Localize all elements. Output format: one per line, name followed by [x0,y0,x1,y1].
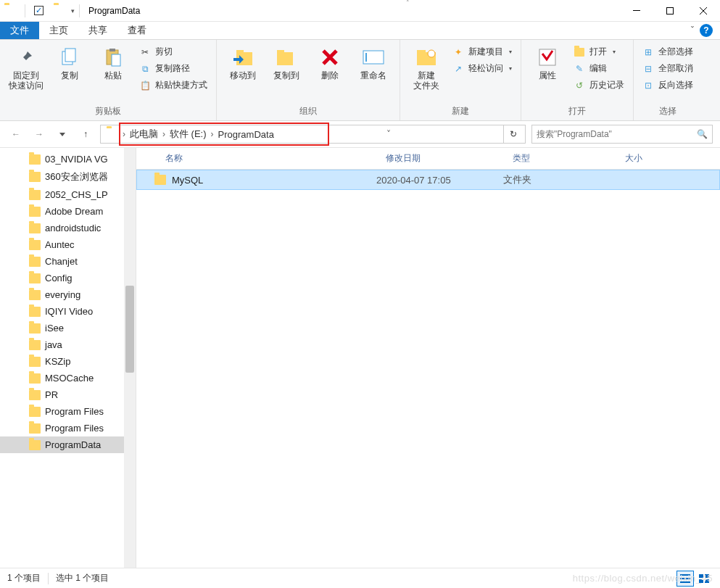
column-date[interactable]: 修改日期 [376,152,502,165]
svg-rect-19 [680,581,690,583]
navigation-tree[interactable]: 03_NVIDIA VG360安全浏览器2052_CHS_LPAdobe Dre… [0,148,136,571]
select-all-icon: ⊞ [642,46,654,58]
view-large-icons-button[interactable] [695,571,713,587]
column-size[interactable]: 大小 [615,152,673,165]
maximize-button[interactable] [653,0,687,22]
easy-access-button[interactable]: ↗轻松访问▾ [450,61,515,76]
svg-point-15 [428,50,435,57]
copy-to-button[interactable]: 复制到 [266,43,307,83]
tree-item[interactable]: PR [0,386,136,403]
tree-item[interactable]: everying [0,286,136,303]
cut-icon: ✂ [139,46,151,58]
search-icon[interactable]: 🔍 [697,129,708,139]
breadcrumb-seg-pc[interactable]: 此电脑 [127,128,161,141]
tree-item[interactable]: 2052_CHS_LP [0,186,136,203]
tree-item[interactable]: 03_NVIDIA VG [0,151,136,167]
tree-item[interactable]: MSOCache [0,370,136,386]
folder-icon [154,175,166,185]
nav-recent-button[interactable] [54,125,71,143]
tree-item[interactable]: Config [0,270,136,286]
tree-scrollbar[interactable] [124,148,136,571]
history-button[interactable]: ↺历史记录 [571,78,627,93]
tree-item[interactable]: iSee [0,320,136,336]
column-name[interactable]: 名称˄ [136,152,376,165]
rename-icon [362,46,385,69]
edit-icon: ✎ [574,63,585,75]
select-all-button[interactable]: ⊞全部选择 [640,44,696,59]
open-button[interactable]: 打开▾ [571,44,627,59]
nav-up-button[interactable]: ↑ [77,125,94,143]
folder-icon [29,307,41,317]
tree-item[interactable]: IQIYI Video [0,303,136,320]
tab-file[interactable]: 文件 [0,22,39,39]
nav-back-button[interactable]: ← [7,125,25,143]
minimize-button[interactable] [620,0,653,22]
new-item-button[interactable]: ✦新建项目▾ [450,44,515,59]
search-input[interactable] [537,129,697,139]
group-label-select: 选择 [659,104,676,120]
copy-path-button[interactable]: ⧉复制路径 [136,61,210,76]
tree-item[interactable]: androidstudic [0,220,136,236]
folder-icon [29,172,41,182]
tree-item-label: KSZip [45,356,70,367]
close-button[interactable] [687,0,720,22]
properties-button[interactable]: 属性 [527,43,568,83]
breadcrumb-dropdown-icon[interactable]: ˅ [385,129,392,139]
tree-item[interactable]: Auntec [0,236,136,253]
cut-button[interactable]: ✂剪切 [136,44,210,59]
tree-item[interactable]: Program Files [0,420,136,436]
paste-button[interactable]: 粘贴 [93,43,133,83]
search-box[interactable]: 🔍 [531,125,713,144]
tree-item[interactable]: Program Files [0,403,136,420]
tab-share[interactable]: 共享 [78,22,117,39]
tree-item-label: everying [45,289,80,300]
group-label-organize: 组织 [299,104,317,120]
checkbox-icon[interactable]: ✓ [34,6,44,15]
breadcrumb-seg-drive[interactable]: 软件 (E:) [167,128,210,141]
scrollbar-thumb[interactable] [125,286,134,373]
select-none-button[interactable]: ⊟全部取消 [640,61,696,76]
rename-button[interactable]: 重命名 [353,43,394,83]
tree-item-label: Auntec [45,239,74,250]
copy-button[interactable]: 复制 [49,43,90,83]
edit-button[interactable]: ✎编辑 [571,61,627,76]
tree-item[interactable]: java [0,336,136,353]
paste-shortcut-button[interactable]: 📋粘贴快捷方式 [136,78,210,93]
file-list[interactable]: MySQL2020-04-07 17:05文件夹 [136,170,720,571]
refresh-button[interactable]: ↻ [503,125,522,144]
breadcrumb-seg-folder[interactable]: ProgramData [215,129,277,140]
new-folder-button[interactable]: 新建 文件夹 [406,43,447,94]
svg-rect-6 [112,54,120,66]
folder-small-icon[interactable] [54,5,65,17]
qa-dropdown-icon[interactable]: ▾ [71,7,75,15]
file-date: 2020-04-07 17:05 [376,175,503,186]
tree-item[interactable]: 360安全浏览器 [0,167,136,186]
tree-item[interactable]: Chanjet [0,253,136,270]
folder-icon [29,290,41,300]
status-bar: 1 个项目 选中 1 个项目 [0,568,720,588]
folder-icon [4,5,16,17]
column-type[interactable]: 类型 [502,152,615,165]
file-row[interactable]: MySQL2020-04-07 17:05文件夹 [136,170,720,190]
ribbon-collapse-icon[interactable]: ˇ [691,25,694,36]
invert-selection-button[interactable]: ⊡反向选择 [640,78,696,93]
tree-item[interactable]: ProgramData [0,436,136,453]
copy-icon [58,46,81,69]
breadcrumb[interactable]: › 此电脑 › 软件 (E:) › ProgramData ˅ ↻ [100,125,526,144]
tree-item[interactable]: KSZip [0,353,136,370]
svg-rect-1 [667,7,674,14]
pin-quick-access-button[interactable]: 固定到 快速访问 [6,43,46,94]
chevron-right-icon[interactable]: › [121,129,127,139]
move-to-button[interactable]: 移动到 [223,43,263,83]
chevron-right-icon[interactable]: › [161,129,167,139]
delete-button[interactable]: 删除 [310,43,350,83]
nav-forward-button[interactable]: → [30,125,48,143]
folder-icon [29,423,41,434]
tab-home[interactable]: 主页 [39,22,78,39]
tab-view[interactable]: 查看 [117,22,157,39]
chevron-right-icon[interactable]: › [210,129,215,139]
tree-item[interactable]: Adobe Dream [0,203,136,220]
view-details-button[interactable] [676,571,694,587]
tree-item-label: androidstudic [45,223,101,233]
help-icon[interactable]: ? [700,24,713,37]
